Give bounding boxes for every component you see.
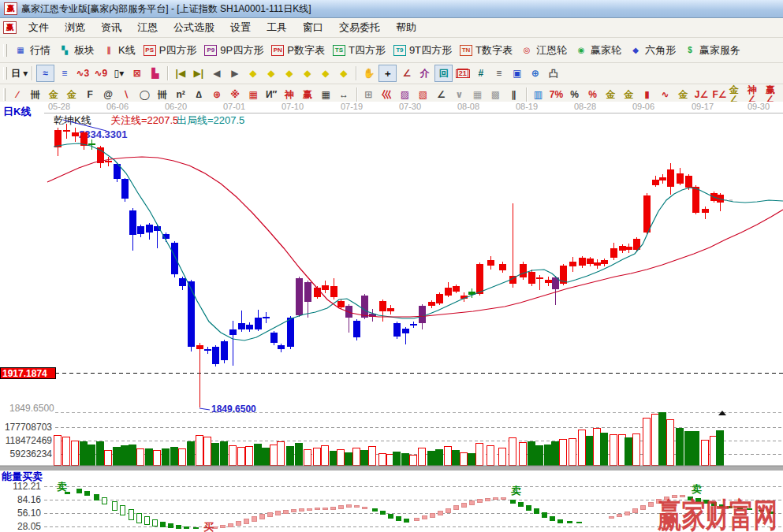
wave-9-button[interactable]: ∿9 — [92, 65, 109, 81]
frame-layout-button[interactable]: ⊞ — [360, 87, 377, 102]
menu-item-4[interactable]: 公式选股 — [166, 19, 222, 36]
gold-line-button[interactable]: 金 — [621, 87, 637, 102]
purple-fan-button[interactable]: ▨ — [397, 87, 413, 102]
p-number-table-button[interactable]: PNP数字表 — [267, 42, 329, 59]
gold-overline-button[interactable]: 金 — [675, 87, 692, 102]
toolbar-grip[interactable] — [3, 67, 7, 80]
percent-button[interactable]: % — [566, 87, 583, 102]
candle-style-dropdown-button[interactable]: ▯▾ — [110, 65, 127, 81]
shen-angle-button[interactable]: 神∠ — [748, 87, 764, 102]
draw-kline-button[interactable]: ≈ — [36, 65, 54, 82]
flag-candle-button[interactable]: ▮ — [639, 87, 655, 102]
export-web-button[interactable]: ⊕ — [527, 65, 543, 81]
next-bar-button[interactable]: ▶ — [226, 65, 243, 81]
pan-left-button[interactable]: ◆ — [244, 65, 261, 81]
period-day-dropdown-button[interactable]: 日 ▾ — [11, 65, 28, 81]
ruler-ticks-button[interactable]: 卌 — [28, 87, 44, 102]
calculator-button[interactable]: # — [472, 65, 489, 81]
f-ruler-button[interactable]: F — [82, 87, 99, 102]
first-bar-button[interactable]: |◀ — [172, 65, 188, 81]
winner-wheel-button[interactable]: ◉赢家轮 — [571, 42, 625, 59]
gold-circle-button[interactable]: 金 — [602, 87, 619, 102]
info-panel-button[interactable]: ≡ — [56, 65, 73, 81]
expand-view-button[interactable]: ◆ — [335, 65, 352, 81]
chart-area[interactable]: 日K线05-2806-0606-2007-0107-1007-1907-3008… — [0, 102, 783, 532]
quote-marks-button[interactable]: И″ — [263, 87, 280, 102]
j-angle-button[interactable]: J∠ — [693, 87, 710, 102]
crosshair-button[interactable]: ＋ — [378, 65, 397, 82]
gann-garb-button[interactable]: 介 — [416, 65, 433, 81]
span-measure-button[interactable]: ↔ — [336, 87, 352, 102]
p-square-button[interactable]: PSP四方形 — [140, 42, 201, 59]
quotes-grid-button[interactable]: ▦行情 — [10, 42, 54, 59]
gold-ruler-button[interactable]: 金 — [46, 87, 62, 102]
volume-style-button[interactable]: ▙ — [147, 65, 163, 81]
wave-3-button[interactable]: ∿3 — [74, 65, 91, 81]
zoom-in-button[interactable]: ◆ — [299, 65, 315, 81]
menu-item-3[interactable]: 江恩 — [129, 19, 166, 36]
toolbar-grip[interactable] — [3, 88, 6, 101]
red-pencil-button[interactable]: ∖ — [118, 87, 135, 102]
t-square-button[interactable]: TST四方形 — [329, 42, 390, 59]
candlestick — [569, 262, 576, 266]
t-number-table-button[interactable]: TNT数字表 — [456, 42, 516, 59]
spiral-button[interactable]: @ — [100, 87, 117, 102]
sector-blocks-button[interactable]: ▚板块 — [54, 42, 99, 59]
last-bar-button[interactable]: ▶| — [190, 65, 207, 81]
prev-bar-button[interactable]: ◀ — [208, 65, 225, 81]
v-dotted-button[interactable]: ∨ — [451, 87, 468, 102]
menu-item-8[interactable]: 交易委托 — [331, 19, 388, 36]
ying-tool-button[interactable]: 赢 — [300, 87, 316, 102]
gold-angle-button[interactable]: 金∠ — [729, 87, 746, 102]
starburst-button[interactable]: ※ — [227, 87, 244, 102]
angle-lines-button[interactable]: ∠ — [433, 87, 449, 102]
gann-target-button[interactable]: ⊕ — [209, 87, 226, 102]
mesh-grid2-button[interactable]: ▩ — [487, 87, 504, 102]
nine-p-square-button[interactable]: P99P四方形 — [200, 42, 267, 59]
f-angle-button[interactable]: F∠ — [711, 87, 728, 102]
red-fan-button[interactable]: 巛 — [378, 87, 395, 102]
print-button[interactable]: 凸 — [545, 65, 561, 81]
red-wave-button[interactable]: ∿ — [657, 87, 673, 102]
measure-angle-button[interactable]: ∠ — [398, 65, 415, 81]
save-button[interactable]: ▣ — [509, 65, 525, 81]
toolbar-grip[interactable] — [3, 44, 7, 57]
kline-paint-button[interactable]: ⊠ — [129, 65, 145, 81]
grid-strike-button[interactable]: ▧ — [415, 87, 431, 102]
grid-123-button[interactable]: ▦ — [318, 87, 334, 102]
ruler-ticks2-button[interactable]: 卌 — [155, 87, 171, 102]
notes-button[interactable]: ≡ — [490, 65, 507, 81]
winner-service-button[interactable]: $赢家服务 — [680, 42, 744, 59]
hexagon-button[interactable]: ◆六角形 — [625, 42, 680, 59]
menu-item-9[interactable]: 帮助 — [388, 19, 424, 36]
hand-pan-button[interactable]: ✋ — [360, 65, 377, 81]
red-brush-button[interactable]: ∕ — [9, 87, 26, 102]
nine-t-square-button[interactable]: T99T四方形 — [390, 42, 456, 59]
menu-item-5[interactable]: 设置 — [222, 19, 259, 36]
gold-ruler2-button[interactable]: 金 — [64, 87, 80, 102]
parallel-lines-button[interactable]: ∥ — [505, 87, 522, 102]
n-squared-button[interactable]: n² — [173, 87, 189, 102]
percent-strike-button[interactable]: 7% — [548, 87, 565, 102]
pan-right-button[interactable]: ◆ — [263, 65, 279, 81]
ying-angle-button[interactable]: 赢∠ — [766, 87, 782, 102]
red-grid-button[interactable]: ▦ — [245, 87, 262, 102]
smart-analysis-button[interactable]: 回 — [434, 65, 453, 82]
menu-item-6[interactable]: 工具 — [259, 19, 295, 36]
zoom-out-button[interactable]: ◆ — [281, 65, 297, 81]
menu-item-1[interactable]: 浏览 — [57, 19, 93, 36]
menu-item-0[interactable]: 文件 — [21, 19, 57, 36]
cycle-clock-button[interactable]: ◯ — [136, 87, 153, 102]
gann-wheel-button[interactable]: ◎江恩轮 — [516, 42, 571, 59]
compress-view-button[interactable]: ◆ — [317, 65, 334, 81]
mesh-grid-button[interactable]: ▦ — [469, 87, 486, 102]
menu-item-7[interactable]: 窗口 — [295, 19, 331, 36]
menu-item-2[interactable]: 资讯 — [93, 19, 129, 36]
percent-line-button[interactable]: % — [584, 87, 601, 102]
shen-tool-button[interactable]: 神 — [282, 87, 298, 102]
calendar-21-button[interactable]: 21 — [454, 65, 471, 81]
blue-histogram-button[interactable]: ▥ — [530, 87, 546, 102]
pane-splitter[interactable] — [0, 466, 783, 471]
kline-candle-button[interactable]: ∥K线 — [99, 42, 140, 59]
angle-ruler-button[interactable]: ∆ — [191, 87, 207, 102]
